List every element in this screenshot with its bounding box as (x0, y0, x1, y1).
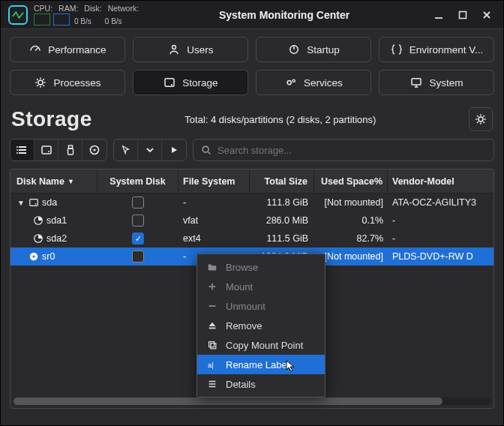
cell-system-disk (98, 250, 178, 262)
table-row[interactable]: sda1vfat286.0 MiB0.1%- (10, 212, 494, 230)
col-vendor-model[interactable]: Vendor-Model (388, 170, 494, 193)
svg-point-1 (172, 46, 176, 50)
col-used-space[interactable]: Used Space% (314, 170, 388, 193)
menu-item-details[interactable]: Details (197, 374, 325, 394)
chevron-down-icon (146, 146, 154, 154)
table-row[interactable]: ▼sda-111.8 GiB[Not mounted]ATA-OCZ-AGILI… (10, 194, 494, 212)
cell-system-disk (98, 214, 178, 226)
ram-graph (53, 14, 70, 26)
tab-label: Performance (48, 44, 106, 56)
disk-label: Disk: (84, 4, 101, 13)
tab-environment[interactable]: Environment V... (379, 37, 494, 62)
expander-icon[interactable]: ▼ (16, 199, 26, 207)
table-row[interactable]: sda2✓ext4111.5 GiB82.7%- (10, 230, 494, 248)
disc-icon (88, 144, 100, 156)
usb-icon (64, 144, 76, 156)
cell-system-disk (98, 196, 178, 208)
net-rate: 0 B/s (105, 17, 122, 26)
menu-item-label: Copy Mount Point (226, 340, 303, 351)
menu-item-unmount: Unmount (197, 296, 325, 316)
menu-item-rename-label[interactable]: a|Rename Label (197, 355, 325, 374)
svg-point-18 (94, 149, 96, 152)
menu-item-label: Details (226, 379, 256, 390)
search-input[interactable] (218, 145, 486, 156)
filter-optical-button[interactable] (82, 140, 106, 160)
cell-total-size: 286.0 MiB (250, 215, 314, 226)
tab-label: Processes (53, 77, 100, 88)
svg-point-21 (35, 203, 37, 205)
dropdown-button[interactable] (138, 140, 162, 160)
select-mode-button[interactable] (114, 140, 138, 160)
menu-item-browse: Browse (197, 257, 325, 277)
page-title: Storage (11, 107, 92, 131)
svg-point-12 (16, 152, 18, 154)
gear-icon (474, 112, 488, 126)
settings-button[interactable] (469, 107, 493, 131)
menu-item-label: Unmount (226, 301, 266, 312)
tab-label: Users (187, 44, 213, 56)
search-box[interactable] (193, 139, 494, 161)
maximize-button[interactable] (454, 6, 472, 24)
tab-label: Storage (182, 77, 218, 88)
cell-vendor-model: PLDS-DVD+-RW D (388, 251, 494, 262)
tab-system[interactable]: System (379, 70, 494, 95)
storage-toolbar (1, 139, 503, 169)
svg-rect-0 (460, 11, 466, 18)
svg-rect-13 (42, 146, 51, 154)
menu-item-copy-mount-point[interactable]: Copy Mount Point (197, 335, 325, 355)
system-disk-checkbox[interactable] (132, 196, 144, 208)
tab-services[interactable]: Services (256, 70, 371, 95)
sort-indicator-icon: ▼ (68, 178, 74, 185)
disk-rate: 0 B/s (74, 17, 92, 26)
table-header: Disk Name▼ System Disk File System Total… (10, 170, 494, 194)
system-disk-checkbox[interactable] (132, 250, 144, 262)
action-button[interactable] (162, 140, 186, 160)
cell-file-system: vfat (178, 215, 250, 226)
tab-startup[interactable]: Startup (256, 37, 371, 62)
gears-icon (284, 76, 298, 89)
menu-item-label: Browse (226, 262, 258, 273)
context-menu: BrowseMountUnmountRemoveCopy Mount Point… (196, 254, 326, 398)
disk-name-text: sda1 (46, 215, 67, 226)
list-icon (16, 144, 28, 156)
svg-point-11 (16, 149, 18, 151)
tab-performance[interactable]: Performance (10, 37, 125, 62)
system-disk-checkbox[interactable]: ✓ (132, 232, 144, 244)
monitor-icon (410, 76, 423, 89)
cell-vendor-model: - (388, 215, 494, 226)
main-tabs: Performance Users Startup Environment V.… (1, 29, 503, 103)
cell-file-system: - (178, 197, 250, 208)
view-list-button[interactable] (10, 140, 34, 160)
tab-storage[interactable]: Storage (133, 70, 248, 95)
cell-disk-name: sda1 (10, 215, 98, 226)
drive-icon (28, 197, 39, 208)
close-button[interactable] (478, 6, 496, 24)
svg-point-6 (287, 80, 291, 84)
folder-icon (206, 262, 218, 272)
app-icon (8, 5, 28, 25)
svg-point-3 (38, 80, 43, 85)
system-disk-checkbox[interactable] (132, 214, 144, 226)
col-file-system[interactable]: File System (178, 170, 250, 193)
filter-usb-button[interactable] (58, 140, 82, 160)
filter-drive-button[interactable] (34, 140, 58, 160)
scrollbar-thumb[interactable] (14, 398, 442, 405)
col-system-disk[interactable]: System Disk (98, 170, 178, 193)
tab-processes[interactable]: Processes (10, 70, 125, 95)
drive-icon (40, 144, 52, 156)
horizontal-scrollbar[interactable] (14, 398, 490, 405)
menu-item-remove[interactable]: Remove (197, 316, 325, 335)
minimize-button[interactable] (430, 6, 448, 24)
svg-point-9 (478, 117, 483, 122)
svg-point-19 (202, 146, 208, 152)
svg-point-25 (32, 255, 34, 257)
cell-disk-name: ▼sda (10, 197, 98, 208)
window-title: System Monitoring Center (145, 9, 424, 21)
col-total-size[interactable]: Total Size (250, 170, 314, 193)
tab-users[interactable]: Users (133, 37, 248, 62)
power-icon (287, 43, 301, 56)
col-disk-name[interactable]: Disk Name▼ (10, 170, 98, 193)
part-icon (33, 215, 44, 226)
titlebar: CPU: RAM: Disk: Network: 0 B/s 0 B/s Sys… (1, 1, 503, 29)
users-icon (167, 43, 181, 56)
